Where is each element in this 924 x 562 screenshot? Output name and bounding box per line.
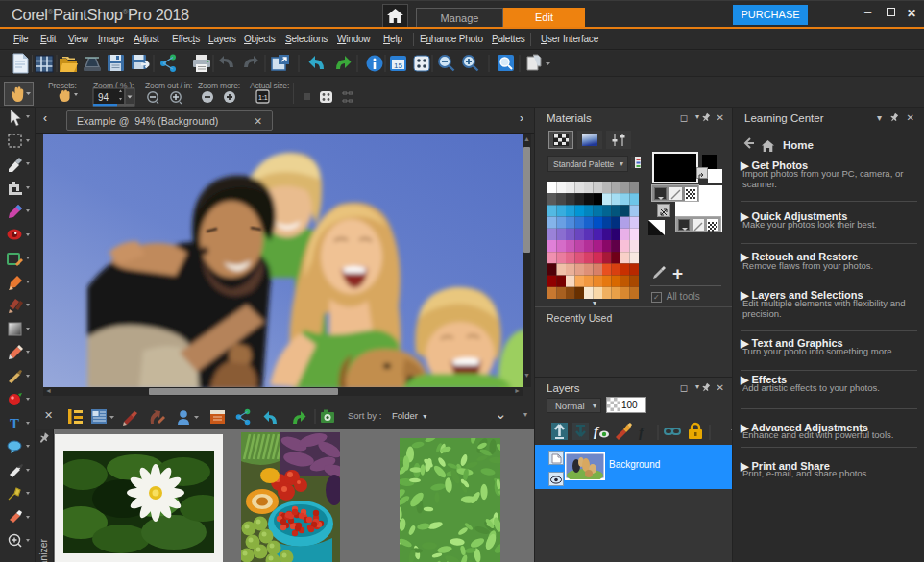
svg-text:15: 15: [394, 61, 402, 70]
svg-text:94: 94: [98, 92, 109, 103]
svg-text:T: T: [10, 416, 19, 431]
svg-text:1:1: 1:1: [258, 94, 268, 101]
svg-text:f: f: [639, 425, 645, 440]
svg-text:f: f: [594, 424, 600, 439]
